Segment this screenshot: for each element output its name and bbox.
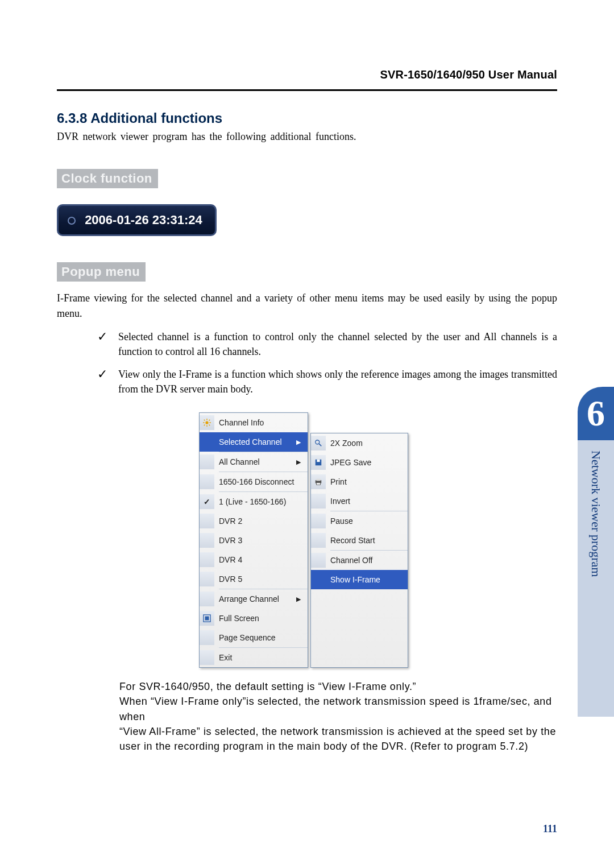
- check-icon: ✓: [204, 497, 210, 506]
- menu-item-dvr-4[interactable]: DVR 4: [200, 550, 308, 569]
- check-icon: ✓: [86, 367, 118, 382]
- submenu-item-jpeg-save[interactable]: JPEG Save: [311, 453, 408, 472]
- menu-item-exit[interactable]: Exit: [200, 648, 308, 667]
- menu-item-label: Channel Info: [219, 418, 264, 427]
- svg-line-5: [204, 420, 205, 421]
- menu-item-label: Page Sequence: [219, 633, 276, 642]
- menu-item-label: Pause: [330, 516, 353, 526]
- svg-line-7: [209, 420, 210, 421]
- menu-item-label: 2X Zoom: [330, 439, 363, 448]
- svg-line-6: [209, 425, 210, 426]
- bullet-item: ✓ Selected channel is a function to cont…: [57, 329, 557, 359]
- manual-page: SVR-1650/1640/950 User Manual 6.3.8 Addi…: [0, 0, 614, 868]
- menu-item-dvr-5[interactable]: DVR 5: [200, 569, 308, 589]
- menu-item-selected-channel[interactable]: Selected Channel ▶: [200, 432, 308, 452]
- menu-item-arrange-channel[interactable]: Arrange Channel ▶: [200, 589, 308, 609]
- bullet-list: ✓ Selected channel is a function to cont…: [57, 329, 557, 396]
- menu-item-dvr-1[interactable]: ✓ 1 (Live - 1650-166): [200, 492, 308, 511]
- menu-item-label: DVR 3: [219, 536, 242, 545]
- svg-rect-17: [317, 483, 321, 485]
- chapter-title: Network viewer program: [588, 450, 603, 577]
- svg-rect-14: [317, 460, 320, 462]
- running-header: SVR-1650/1640/950 User Manual: [57, 68, 557, 81]
- submenu-item-record-start[interactable]: Record Start: [311, 531, 408, 550]
- section-title: 6.3.8 Additional functions: [57, 110, 557, 126]
- svg-point-0: [205, 421, 208, 424]
- menu-item-label: DVR 4: [219, 555, 242, 564]
- submenu-item-2x-zoom[interactable]: 2X Zoom: [311, 433, 408, 453]
- menu-item-label: Exit: [219, 653, 232, 662]
- menu-item-label: 1650-166 Disconnect: [219, 477, 294, 486]
- menu-item-label: Show I-Frame: [330, 575, 380, 584]
- clock-dot-icon: [68, 217, 76, 225]
- menu-item-label: Channel Off: [330, 556, 372, 565]
- chapter-number-badge: 6: [578, 387, 614, 440]
- menu-item-label: DVR 5: [219, 574, 242, 584]
- iframe-note: For SVR-1640/950, the default setting is…: [119, 679, 557, 753]
- submenu-item-show-iframe[interactable]: Show I-Frame: [311, 570, 408, 589]
- submenu-item-invert[interactable]: Invert: [311, 491, 408, 511]
- svg-point-11: [316, 440, 320, 444]
- fullscreen-icon: [203, 614, 211, 622]
- menu-item-label: Arrange Channel: [219, 594, 279, 604]
- menu-item-label: Selected Channel: [219, 437, 282, 447]
- clock-value: 2006-01-26 23:31:24: [85, 213, 202, 227]
- popup-intro: I-Frame viewing for the selected channel…: [57, 291, 557, 321]
- menu-item-label: Invert: [330, 497, 350, 506]
- zoom-icon: [314, 439, 322, 447]
- clock-function-label: Clock function: [57, 169, 158, 188]
- menu-item-disconnect[interactable]: 1650-166 Disconnect: [200, 472, 308, 491]
- header-rule: [57, 89, 557, 91]
- page-number: 111: [543, 823, 557, 835]
- submenu-item-pause[interactable]: Pause: [311, 511, 408, 531]
- svg-line-12: [319, 444, 321, 446]
- menu-item-full-screen[interactable]: Full Screen: [200, 609, 308, 628]
- note-line: When “View I-Frame only”is selected, the…: [119, 694, 557, 724]
- popup-menu-label: Popup menu: [57, 262, 146, 282]
- note-line: For SVR-1640/950, the default setting is…: [119, 679, 557, 694]
- chapter-tab: 6 Network viewer program: [578, 387, 614, 717]
- svg-line-8: [204, 425, 205, 426]
- check-icon: ✓: [86, 329, 118, 344]
- section-intro: DVR network viewer program has the follo…: [57, 131, 557, 143]
- context-submenu: 2X Zoom JPEG Save Print Invert Pause R: [310, 433, 408, 668]
- save-icon: [314, 458, 322, 466]
- submenu-arrow-icon: ▶: [296, 458, 301, 466]
- submenu-item-print[interactable]: Print: [311, 472, 408, 491]
- menu-item-dvr-3[interactable]: DVR 3: [200, 531, 308, 550]
- note-line: “View All-Frame” is selected, the networ…: [119, 724, 557, 754]
- svg-rect-10: [205, 617, 209, 621]
- sun-icon: [203, 419, 211, 427]
- bullet-text: View only the I-Frame is a function whic…: [118, 367, 557, 396]
- clock-widget: 2006-01-26 23:31:24: [57, 204, 557, 236]
- menu-item-label: All Channel: [219, 457, 260, 466]
- menu-item-page-sequence[interactable]: Page Sequence: [200, 628, 308, 647]
- submenu-item-channel-off[interactable]: Channel Off: [311, 551, 408, 570]
- menu-item-label: Full Screen: [219, 614, 259, 623]
- menu-item-label: Record Start: [330, 536, 375, 545]
- menu-item-all-channel[interactable]: All Channel ▶: [200, 452, 308, 472]
- submenu-arrow-icon: ▶: [296, 439, 301, 446]
- menu-item-dvr-2[interactable]: DVR 2: [200, 511, 308, 531]
- chapter-number: 6: [587, 395, 605, 432]
- menu-item-channel-info[interactable]: Channel Info: [200, 413, 308, 432]
- svg-rect-16: [317, 479, 321, 481]
- clock-display: 2006-01-26 23:31:24: [57, 204, 217, 236]
- menu-item-label: Print: [330, 477, 347, 486]
- bullet-text: Selected channel is a function to contro…: [118, 329, 557, 359]
- submenu-arrow-icon: ▶: [296, 596, 301, 603]
- print-icon: [314, 478, 322, 486]
- bullet-item: ✓ View only the I-Frame is a function wh…: [57, 367, 557, 396]
- menu-item-label: 1 (Live - 1650-166): [219, 497, 286, 506]
- popup-menu-figure: Channel Info Selected Channel ▶ All Chan…: [57, 412, 557, 668]
- context-menu: Channel Info Selected Channel ▶ All Chan…: [199, 412, 308, 668]
- menu-item-label: DVR 2: [219, 516, 242, 526]
- chapter-title-tab: Network viewer program: [578, 440, 614, 717]
- menu-item-label: JPEG Save: [330, 458, 371, 467]
